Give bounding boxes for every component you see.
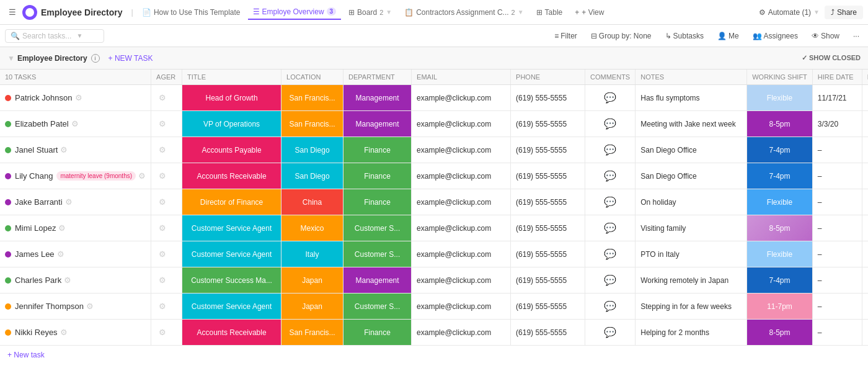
cell-notes: On holiday bbox=[636, 189, 747, 215]
table-row[interactable]: Jennifer Thompson ⚙ ⚙ Customer Service A… bbox=[0, 294, 868, 320]
cell-location: San Diego bbox=[281, 163, 343, 189]
cell-phone: (619) 555-5555 bbox=[511, 241, 585, 267]
tab-contractors[interactable]: 📋 Contractors Assignment C... 2 ▼ bbox=[399, 6, 528, 19]
collapse-icon[interactable]: ▼ bbox=[7, 54, 15, 63]
settings-icon[interactable]: ⚙ bbox=[159, 276, 166, 285]
table-row[interactable]: Mimi Lopez ⚙ ⚙ Customer Service Agent Me… bbox=[0, 215, 868, 241]
tab-table[interactable]: ⊞ Table bbox=[531, 6, 568, 19]
cell-comments[interactable]: 💬 bbox=[585, 294, 636, 320]
group-by-button[interactable]: ⊟ Group by: None bbox=[587, 30, 655, 42]
cell-department: Management bbox=[343, 267, 412, 294]
cell-comments[interactable]: 💬 bbox=[585, 111, 636, 137]
settings-icon[interactable]: ⚙ bbox=[159, 328, 166, 337]
search-box[interactable]: 🔍 Search tasks... ▼ bbox=[5, 29, 104, 43]
employee-name: Charles Park bbox=[15, 276, 61, 285]
cell-title: Accounts Payable bbox=[182, 137, 281, 163]
tab-how-to[interactable]: 📄 How to Use This Template bbox=[137, 6, 246, 19]
cell-shift: Flexible bbox=[747, 241, 813, 267]
me-button[interactable]: 👤 Me bbox=[714, 30, 743, 42]
automate-button[interactable]: ⚙ Automate (1) ▼ bbox=[759, 8, 820, 17]
toolbar: 🔍 Search tasks... ▼ ≡ Filter ⊟ Group by:… bbox=[0, 25, 868, 47]
gear-icon[interactable]: ⚙ bbox=[86, 302, 94, 311]
more-options-button[interactable]: ··· bbox=[849, 30, 863, 42]
employee-name: Jennifer Thompson bbox=[15, 302, 84, 311]
table-row[interactable]: Elizabeth Patel ⚙ ⚙ VP of Operations San… bbox=[0, 111, 868, 137]
col-comments: COMMENTS bbox=[585, 69, 636, 85]
cell-comments[interactable]: 💬 bbox=[585, 241, 636, 267]
gear-icon[interactable]: ⚙ bbox=[71, 119, 79, 128]
cell-department: Management bbox=[343, 111, 412, 137]
cell-title: VP of Operations bbox=[182, 111, 281, 137]
col-email: EMAIL bbox=[412, 69, 511, 85]
comment-icon: 💬 bbox=[604, 327, 616, 338]
table-row[interactable]: James Lee ⚙ ⚙ Customer Service Agent Ita… bbox=[0, 241, 868, 267]
cell-comments[interactable]: 💬 bbox=[585, 320, 636, 346]
gear-icon[interactable]: ⚙ bbox=[60, 145, 68, 155]
cell-manager: ⚙ bbox=[151, 85, 182, 111]
tab-employee-overview[interactable]: ☰ Employe Overview 3 bbox=[248, 5, 342, 20]
subtasks-button[interactable]: ↳ Subtasks bbox=[662, 30, 707, 42]
nav-right-actions: ⚙ Automate (1) ▼ ⤴ Share bbox=[759, 6, 863, 19]
settings-icon[interactable]: ⚙ bbox=[159, 302, 166, 311]
cell-location: San Diego bbox=[281, 137, 343, 163]
table-row[interactable]: Janel Stuart ⚙ ⚙ Accounts Payable San Di… bbox=[0, 137, 868, 163]
assignees-button[interactable]: 👥 Assignees bbox=[749, 30, 802, 42]
employee-name: Lily Chang bbox=[15, 171, 53, 181]
comment-icon: 💬 bbox=[604, 223, 616, 233]
cell-comments[interactable]: 💬 bbox=[585, 215, 636, 241]
cell-notes: Has flu symptoms bbox=[636, 85, 747, 111]
table-row[interactable]: Jake Barranti ⚙ ⚙ Director of Finance Ch… bbox=[0, 189, 868, 215]
cell-department: Customer S... bbox=[343, 241, 412, 267]
add-view-button[interactable]: + + View bbox=[570, 6, 609, 19]
gear-icon[interactable]: ⚙ bbox=[64, 276, 71, 285]
settings-icon[interactable]: ⚙ bbox=[159, 119, 166, 128]
comment-icon: 💬 bbox=[604, 171, 616, 181]
show-closed-button[interactable]: ✓ SHOW CLOSED bbox=[802, 54, 861, 62]
col-title: TITLE bbox=[182, 69, 281, 85]
info-icon[interactable]: i bbox=[91, 54, 100, 63]
top-navigation: ☰ Employee Directory | 📄 How to Use This… bbox=[0, 0, 868, 25]
cell-phone: (619) 555-5555 bbox=[511, 320, 585, 346]
app-logo bbox=[22, 5, 37, 20]
tab-board[interactable]: ⊞ Board 2 ▼ bbox=[343, 6, 397, 19]
table-row[interactable]: Charles Park ⚙ ⚙ Customer Success Ma... … bbox=[0, 267, 868, 294]
table-row[interactable]: Nikki Reyes ⚙ ⚙ Accounts Receivable San … bbox=[0, 320, 868, 346]
menu-icon[interactable]: ☰ bbox=[5, 5, 20, 20]
table-row[interactable]: Lily Chang maternity leave (9months) ⚙ ⚙… bbox=[0, 163, 868, 189]
settings-icon[interactable]: ⚙ bbox=[159, 145, 166, 155]
cell-comments[interactable]: 💬 bbox=[585, 85, 636, 111]
cell-hire-date: – bbox=[812, 267, 862, 294]
cell-department: Finance bbox=[343, 320, 412, 346]
cell-phone: (619) 555-5555 bbox=[511, 294, 585, 320]
cell-comments[interactable]: 💬 bbox=[585, 137, 636, 163]
cell-comments[interactable]: 💬 bbox=[585, 267, 636, 294]
gear-icon[interactable]: ⚙ bbox=[57, 249, 64, 259]
search-icon: 🔍 bbox=[11, 32, 20, 40]
gear-icon[interactable]: ⚙ bbox=[65, 197, 73, 207]
gear-icon[interactable]: ⚙ bbox=[138, 171, 146, 181]
cell-title: Head of Growth bbox=[182, 85, 281, 111]
share-button[interactable]: ⤴ Share bbox=[825, 6, 863, 19]
cell-email: example@clickup.com bbox=[412, 85, 511, 111]
cell-phone: (619) 555-5555 bbox=[511, 137, 585, 163]
gear-icon[interactable]: ⚙ bbox=[58, 223, 66, 233]
cell-title: Customer Success Ma... bbox=[182, 267, 281, 294]
cell-extra bbox=[862, 163, 868, 189]
new-task-button[interactable]: + NEW TASK bbox=[108, 54, 153, 63]
cell-comments[interactable]: 💬 bbox=[585, 163, 636, 189]
cell-extra bbox=[862, 267, 868, 294]
filter-icon: ≡ bbox=[554, 32, 559, 40]
gear-icon[interactable]: ⚙ bbox=[75, 93, 82, 102]
settings-icon[interactable]: ⚙ bbox=[159, 171, 166, 181]
filter-button[interactable]: ≡ Filter bbox=[551, 30, 581, 42]
table-row[interactable]: Patrick Johnson ⚙ ⚙ Head of Growth San F… bbox=[0, 85, 868, 111]
show-button[interactable]: 👁 Show bbox=[808, 30, 843, 42]
settings-icon[interactable]: ⚙ bbox=[159, 223, 166, 233]
new-task-row[interactable]: + New task bbox=[0, 346, 868, 359]
settings-icon[interactable]: ⚙ bbox=[159, 93, 166, 102]
col-hire-date: HIRE DATE bbox=[812, 69, 862, 85]
cell-comments[interactable]: 💬 bbox=[585, 189, 636, 215]
settings-icon[interactable]: ⚙ bbox=[159, 197, 166, 207]
gear-icon[interactable]: ⚙ bbox=[60, 328, 68, 337]
settings-icon[interactable]: ⚙ bbox=[159, 249, 166, 259]
